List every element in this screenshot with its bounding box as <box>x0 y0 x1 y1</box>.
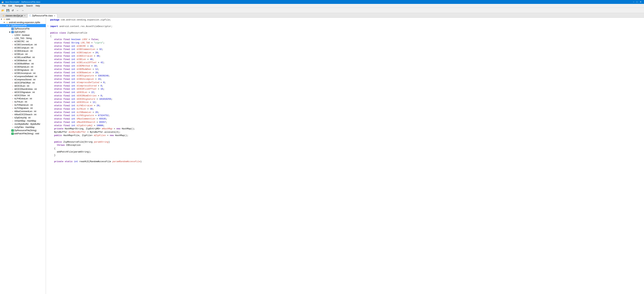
tree-item-zipentryro[interactable]: ▶ C ZipEntryRO <box>0 30 46 33</box>
tree-field-item[interactable]: – kCDESignature : int <box>0 68 46 72</box>
inner-class-icon: C <box>11 28 14 30</box>
refresh-button[interactable]: ↺ <box>10 8 15 12</box>
code-line: static final int kCompressDeflated = 8; <box>46 81 644 84</box>
open-button[interactable]: 📂 <box>1 8 5 12</box>
tree-field-item[interactable]: – kLFHExtraLen : int <box>0 97 46 100</box>
expand-zipentryro[interactable]: ▶ <box>8 30 11 33</box>
code-expand-20 <box>47 84 50 88</box>
field-icon: – <box>11 43 14 46</box>
menu-file[interactable]: File <box>1 4 7 7</box>
tree-field-item[interactable]: – kMaxCommentLen : int <box>0 110 46 113</box>
tree-field-item[interactable]: – kCDELen : int <box>0 53 46 56</box>
tree-field-item[interactable]: – kLFHSignature : int <box>0 107 46 110</box>
tree-field-label: mLEByteBuffer : ByteBuffer <box>14 123 40 125</box>
code-line: static final int kCDECommentLen = 32; <box>46 48 644 51</box>
code-line: static final int kEOCDFileOffset = 16; <box>46 87 644 91</box>
tree-item-inner-class[interactable]: C ZipResourceFile <box>0 27 46 30</box>
tree-field-item[interactable]: – kCDECompLen : int <box>0 46 46 49</box>
tree-field-item[interactable]: – kCDELocalOffset : int <box>0 56 46 59</box>
code-panel[interactable]: package com.android.vending.expansion.zi… <box>46 18 644 294</box>
tree-field-item[interactable]: – LOGV : boolean <box>0 33 46 37</box>
menu-search[interactable]: Search <box>24 4 34 7</box>
code-expand-14 <box>47 64 50 68</box>
tree-field-label: kCompressStored : int <box>14 78 36 81</box>
tree-item-method-addpatch[interactable]: m addPatchFile(String) : void <box>0 132 46 135</box>
code-text-16: static final int kCDENameLen = 28; <box>50 71 99 74</box>
tab-jar[interactable]: ⊟ classes-dex2jar.jar ✕ <box>1 13 28 17</box>
tree-item-class-selected[interactable]: ▼ C ZipResourceFile <box>0 24 46 27</box>
tree-field-item[interactable]: – kCompressStored : int <box>0 78 46 81</box>
code-expand-12 <box>47 58 50 61</box>
code-expand-9 <box>47 48 50 51</box>
tree-item-com[interactable]: ▼ ⊟ com <box>0 18 46 21</box>
tree-field-item[interactable]: – kCDECRC : int <box>0 40 46 43</box>
code-expand-6 <box>47 38 50 41</box>
tree-field-label: kCDEModWhen : int <box>14 62 34 65</box>
tree-field-item[interactable]: – kEOCDLen : int <box>0 84 46 87</box>
tree-field-label: kLFHSignature : int <box>14 107 33 109</box>
code-line <box>46 137 644 140</box>
expand-package[interactable]: ▼ <box>3 21 6 24</box>
tree-field-item[interactable]: – kCDENameLen : int <box>0 65 46 68</box>
tree-field-item[interactable]: – kZipEntryAdj : int <box>0 116 46 119</box>
minimize-button[interactable]: – <box>632 1 635 3</box>
code-text-8: static final int kCDECRC = 16; <box>50 45 94 48</box>
expand-inner[interactable] <box>8 27 11 30</box>
tree-field-item[interactable]: – kLFHNameLen : int <box>0 103 46 107</box>
tree-field-item[interactable]: – kCDECommentLen : int <box>0 43 46 46</box>
menu-edit[interactable]: Edit <box>7 4 14 7</box>
field-icon: – <box>11 101 14 103</box>
tree-field-item[interactable]: – kCDEModWhen : int <box>0 62 46 65</box>
close-button[interactable]: ✕ <box>639 1 642 3</box>
tree-field-item[interactable]: – kCompressDeflated : int <box>0 75 46 78</box>
tree-field-item[interactable]: – kCDEExtraLen : int <box>0 49 46 53</box>
field-icon: – <box>11 62 14 65</box>
code-line: public class ZipResourceFile <box>46 31 644 35</box>
tree-field-item[interactable]: – kEOCDFileOffset : int <box>0 81 46 84</box>
tree-field-item[interactable]: – LOG_TAG : String <box>0 37 46 40</box>
tree-field-item[interactable]: – mZipFiles : HashMap <box>0 126 46 129</box>
code-text-34: ByteBuffer mLEByteBuffer = ByteBuffer.al… <box>50 131 120 134</box>
tree-field-label: kCDELocalOffset : int <box>14 56 35 59</box>
code-text-32: static final int kZipEntryAdj = 10000; <box>50 124 104 127</box>
menu-navigate[interactable]: Navigate <box>14 4 24 7</box>
tab-jar-icon: ⊟ <box>3 14 4 17</box>
expand-method <box>8 129 11 132</box>
tree-field-item[interactable]: – kEOCDNumEntries : int <box>0 87 46 91</box>
tab-jar-close[interactable]: ✕ <box>24 15 26 16</box>
tree-field-item[interactable]: – mHashMap : HashMap <box>0 119 46 122</box>
code-line <box>46 157 644 160</box>
title-bar-title: Java Decompiler - ZipResourceFile.class <box>5 1 40 3</box>
code-line: static final int kCDECompLen = 20; <box>46 51 644 54</box>
tree-item-method-constructor[interactable]: m ZipResourceFile(String) <box>0 129 46 132</box>
code-line: public HashMap<File, ZipFile> mZipFiles … <box>46 134 644 137</box>
maximize-button[interactable]: □ <box>635 1 639 3</box>
code-expand-2[interactable]: + <box>47 25 50 28</box>
tree-field-item[interactable]: – kEOCDSize : int <box>0 94 46 97</box>
field-icon: – <box>11 47 14 49</box>
tree-field-item[interactable]: – mLEByteBuffer : ByteBuffer <box>0 122 46 126</box>
code-line: addPatchFile(paramString); <box>46 150 644 154</box>
tab-class[interactable]: C ZipResourceFile.class ✕ <box>28 14 57 18</box>
tree-item-package[interactable]: ▼ ⊟ android.vending.expansion.zipfile <box>0 21 46 24</box>
tree-field-label: kCDEUncompLen : int <box>14 72 36 74</box>
expand-com[interactable]: ▼ <box>0 18 3 21</box>
back-button[interactable]: ← <box>16 8 20 12</box>
tree-field-item[interactable]: – kCDEMethod : int <box>0 59 46 62</box>
code-text-38: throws IOException <box>50 144 81 147</box>
tree-field-item[interactable]: – kEOCDSignature : int <box>0 91 46 94</box>
field-icon: – <box>11 120 14 122</box>
expand-class[interactable]: ▼ <box>6 24 8 27</box>
tab-class-close[interactable]: ✕ <box>54 15 55 17</box>
code-expand-10 <box>47 51 50 54</box>
tree-field-item[interactable]: – kCDEUncompLen : int <box>0 72 46 75</box>
code-text-35: public HashMap<File, ZipFile> mZipFiles … <box>50 134 128 137</box>
forward-button[interactable]: → <box>20 8 25 12</box>
tree-field-item[interactable]: – kLFHLen : int <box>0 100 46 103</box>
tree-panel[interactable]: ▼ ⊟ com ▼ ⊟ android.vending.expansion.zi… <box>0 18 46 294</box>
menu-help[interactable]: Help <box>34 4 41 7</box>
tree-field-item[interactable]: – kMaxEOCDSearch : int <box>0 113 46 116</box>
code-line <box>46 22 644 25</box>
save-button[interactable]: 💾 <box>6 8 10 12</box>
code-expand-13 <box>47 61 50 64</box>
